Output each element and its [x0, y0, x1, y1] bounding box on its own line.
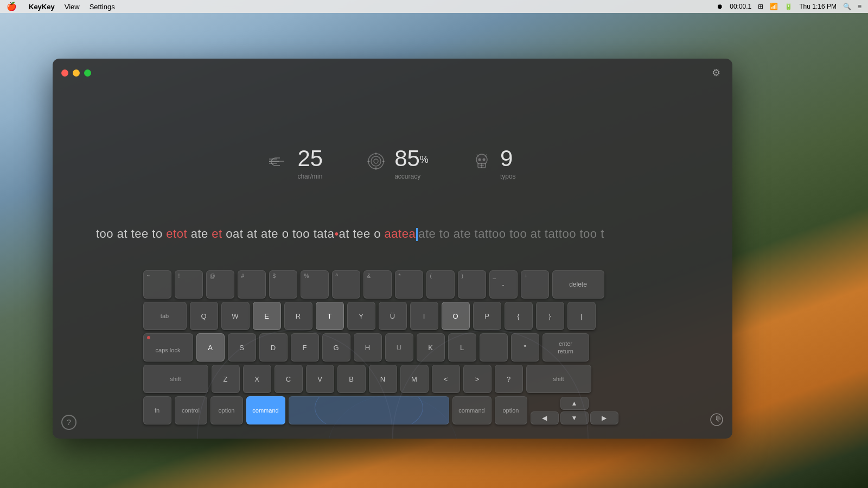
- key-f[interactable]: F: [291, 333, 319, 362]
- app-window: ⚙ 25 char/min: [53, 59, 732, 439]
- key-w[interactable]: W: [221, 302, 250, 330]
- menubar: 🍎 KeyKey View Settings ⏺ 00:00.1 ⊞ 📶 🔋 T…: [0, 0, 868, 13]
- key-e[interactable]: E: [253, 302, 281, 330]
- key-0[interactable]: ): [458, 270, 486, 299]
- typed-text: too at tee to: [96, 227, 166, 240]
- typos-icon: [472, 151, 492, 175]
- key-enter[interactable]: enter return: [542, 333, 589, 362]
- apple-menu[interactable]: 🍎: [7, 2, 17, 11]
- key-9[interactable]: (: [426, 270, 455, 299]
- key-lbracket[interactable]: {: [505, 302, 533, 330]
- key-4[interactable]: $: [269, 270, 297, 299]
- key-option-left[interactable]: option: [210, 396, 243, 424]
- key-5[interactable]: %: [301, 270, 329, 299]
- key-c[interactable]: C: [275, 365, 303, 393]
- key-h[interactable]: H: [354, 333, 382, 362]
- key-slash[interactable]: ?: [495, 365, 523, 393]
- key-period[interactable]: >: [463, 365, 492, 393]
- key-n[interactable]: N: [369, 365, 397, 393]
- maximize-button[interactable]: [84, 69, 91, 77]
- speed-value: 25: [297, 145, 323, 172]
- key-6[interactable]: ^: [332, 270, 360, 299]
- keyboard: ~ ! @ # $ % ^ & *: [143, 270, 642, 428]
- key-p[interactable]: P: [473, 302, 501, 330]
- key-q[interactable]: Q: [190, 302, 218, 330]
- key-command-right[interactable]: command: [452, 396, 492, 424]
- key-3[interactable]: #: [238, 270, 266, 299]
- key-shift-right[interactable]: shift: [526, 365, 591, 393]
- key-arrow-up[interactable]: ▲: [560, 397, 589, 410]
- key-a[interactable]: A: [196, 333, 225, 362]
- key-t[interactable]: T: [316, 302, 344, 330]
- key-r[interactable]: R: [284, 302, 312, 330]
- key-semicolon[interactable]: [480, 333, 508, 362]
- text-display: too at tee to etot ate et oat at ate o t…: [96, 227, 689, 241]
- grid-icon: ⊞: [758, 3, 763, 10]
- key-d[interactable]: D: [259, 333, 288, 362]
- key-space[interactable]: [289, 396, 449, 424]
- key-7[interactable]: &: [363, 270, 392, 299]
- app-name[interactable]: KeyKey: [29, 3, 55, 11]
- svg-point-13: [482, 158, 485, 161]
- key-b[interactable]: B: [337, 365, 366, 393]
- accuracy-stat: 85% accuracy: [366, 145, 429, 180]
- key-tilde[interactable]: ~: [143, 270, 171, 299]
- key-command-left[interactable]: command: [246, 396, 285, 424]
- key-quote[interactable]: ": [511, 333, 539, 362]
- clock-button[interactable]: [710, 413, 724, 430]
- timer-display: 00:00.1: [730, 3, 751, 10]
- key-k[interactable]: K: [417, 333, 445, 362]
- key-i[interactable]: I: [410, 302, 438, 330]
- key-comma[interactable]: <: [432, 365, 460, 393]
- key-arrow-down[interactable]: ▼: [560, 411, 589, 424]
- menu-view[interactable]: View: [65, 3, 80, 11]
- list-icon[interactable]: ≡: [858, 3, 861, 10]
- key-s[interactable]: S: [228, 333, 256, 362]
- key-option-right[interactable]: option: [495, 396, 527, 424]
- error-text: etot: [166, 227, 187, 240]
- key-pipe[interactable]: |: [567, 302, 596, 330]
- key-delete[interactable]: delete: [552, 270, 604, 299]
- key-l[interactable]: L: [448, 333, 476, 362]
- arrow-keys: ▲ ◀ ▼ ▶: [531, 397, 618, 424]
- battery-icon: 🔋: [784, 3, 793, 10]
- key-fn[interactable]: fn: [143, 396, 171, 424]
- key-tab[interactable]: tab: [143, 302, 187, 330]
- key-2[interactable]: @: [206, 270, 234, 299]
- number-row: ~ ! @ # $ % ^ & *: [143, 270, 642, 299]
- accuracy-label: accuracy: [394, 173, 429, 180]
- key-y[interactable]: Y: [347, 302, 375, 330]
- key-rbracket[interactable]: }: [536, 302, 564, 330]
- accuracy-icon: [366, 151, 386, 175]
- minimize-button[interactable]: [73, 69, 80, 77]
- svg-point-5: [374, 159, 378, 163]
- key-m[interactable]: M: [400, 365, 429, 393]
- key-arrow-right[interactable]: ▶: [590, 411, 618, 424]
- key-1[interactable]: !: [175, 270, 203, 299]
- titlebar: ⚙: [53, 59, 732, 87]
- close-button[interactable]: [61, 69, 68, 77]
- key-control[interactable]: control: [175, 396, 207, 424]
- key-g[interactable]: G: [322, 333, 350, 362]
- record-icon: ⏺: [717, 3, 723, 10]
- svg-line-21: [717, 420, 719, 421]
- key-shift-left[interactable]: shift: [143, 365, 208, 393]
- key-x[interactable]: X: [243, 365, 271, 393]
- key-arrow-left[interactable]: ◀: [531, 411, 559, 424]
- gear-button[interactable]: ⚙: [709, 65, 724, 80]
- key-minus[interactable]: _ -: [489, 270, 518, 299]
- key-o[interactable]: O: [442, 302, 470, 330]
- key-8[interactable]: *: [395, 270, 423, 299]
- qwerty-row: tab Q W E R T Y Ü I O P { } |: [143, 302, 642, 330]
- key-z[interactable]: Z: [212, 365, 240, 393]
- key-equals[interactable]: +: [521, 270, 549, 299]
- speed-stat: 25 char/min: [269, 145, 323, 180]
- key-u[interactable]: Ü: [379, 302, 407, 330]
- search-icon[interactable]: 🔍: [843, 3, 851, 10]
- key-j[interactable]: U: [385, 333, 413, 362]
- menu-settings[interactable]: Settings: [90, 3, 115, 11]
- help-button[interactable]: ?: [61, 415, 76, 430]
- key-v[interactable]: V: [306, 365, 334, 393]
- svg-point-12: [478, 158, 481, 161]
- key-capslock[interactable]: caps lock: [143, 333, 193, 362]
